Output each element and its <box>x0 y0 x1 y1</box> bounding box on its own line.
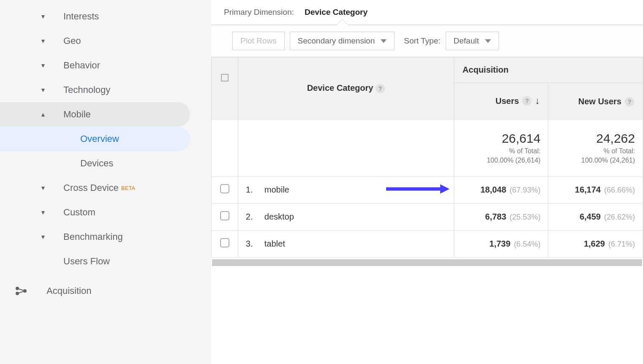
report-table: Device Category ? Acquisition Users ?↓Ne… <box>211 57 643 266</box>
dimension-cell[interactable]: 1.mobile <box>238 177 454 204</box>
primary-dimension-value[interactable]: Device Category <box>305 8 368 16</box>
metric-cell: 6,783(25.53%) <box>454 204 548 231</box>
column-header-dimension[interactable]: Device Category ? <box>238 57 454 120</box>
metric-cell: 1,739(6.54%) <box>454 231 548 258</box>
sidebar-item-label: Users Flow <box>63 256 110 267</box>
table-row: 2.desktop6,783(25.53%)6,459(26.62%) <box>212 204 643 231</box>
sort-descending-icon: ↓ <box>535 95 539 106</box>
sidebar-item-label: Mobile <box>63 109 91 120</box>
main-content: Primary Dimension: Device Category Plot … <box>211 0 643 364</box>
sidebar-item-label: Cross Device <box>63 182 119 193</box>
beta-badge: BETA <box>121 185 135 191</box>
help-icon[interactable]: ? <box>376 84 385 93</box>
metric-cell: 16,174(66.66%) <box>548 177 643 204</box>
primary-dimension-label: Primary Dimension: <box>224 8 294 16</box>
metric-cell: 1,629(6.71%) <box>548 231 643 258</box>
caret-down-icon <box>381 39 387 43</box>
sidebar-item-mobile[interactable]: ▲Mobile <box>0 102 190 127</box>
highlight-arrow-icon <box>386 183 450 196</box>
sort-type-label: Sort Type: <box>404 36 440 46</box>
acquisition-icon <box>13 286 30 296</box>
caret-down-icon <box>485 39 491 43</box>
table-row: 3.tablet1,739(6.54%)1,629(6.71%) <box>212 231 643 258</box>
sidebar: ▼Interests▼Geo▼Behavior▼Technology▲Mobil… <box>0 0 211 364</box>
column-header-new-users[interactable]: New Users ? <box>548 83 643 120</box>
secondary-dimension-button[interactable]: Secondary dimension <box>290 32 395 50</box>
sidebar-item-label: Technology <box>63 84 110 95</box>
sidebar-item-benchmarking[interactable]: ▼Benchmarking <box>0 225 211 249</box>
sidebar-item-label: Behavior <box>63 60 100 71</box>
column-header-users[interactable]: Users ?↓ <box>454 83 548 120</box>
sidebar-subitem-devices[interactable]: Devices <box>0 151 211 176</box>
sidebar-item-technology[interactable]: ▼Technology <box>0 78 211 102</box>
primary-dimension-bar: Primary Dimension: Device Category <box>211 0 643 25</box>
svg-marker-6 <box>440 184 450 193</box>
sort-type-button[interactable]: Default <box>446 32 499 50</box>
plot-rows-button[interactable]: Plot Rows <box>232 32 285 50</box>
dimension-cell[interactable]: 2.desktop <box>238 204 454 231</box>
svg-line-3 <box>19 289 24 291</box>
total-users: 26,614% of Total:100.00% (26,614) <box>454 120 548 177</box>
svg-point-2 <box>23 289 27 293</box>
sidebar-item-behavior[interactable]: ▼Behavior <box>0 53 211 78</box>
caret-up-icon: ▲ <box>40 111 46 118</box>
controls-bar: Plot Rows Secondary dimension Sort Type:… <box>211 25 643 57</box>
horizontal-scrollbar[interactable] <box>212 259 642 266</box>
sidebar-item-users-flow[interactable]: Users Flow <box>0 249 211 274</box>
sidebar-section-acquisition[interactable]: Acquisition <box>0 278 211 304</box>
caret-down-icon: ▼ <box>40 13 46 20</box>
row-checkbox[interactable] <box>212 177 238 204</box>
column-group-acquisition: Acquisition <box>454 57 643 83</box>
total-new users: 24,262% of Total:100.00% (24,261) <box>548 120 643 177</box>
help-icon[interactable]: ? <box>522 96 531 106</box>
table-row: 1.mobile18,048(67.93%)16,174(66.66%) <box>212 177 643 204</box>
row-checkbox[interactable] <box>212 231 238 258</box>
sidebar-item-geo[interactable]: ▼Geo <box>0 29 211 53</box>
caret-down-icon: ▼ <box>40 38 46 44</box>
caret-down-icon: ▼ <box>40 62 46 69</box>
metric-cell: 6,459(26.62%) <box>548 204 643 231</box>
dimension-cell[interactable]: 3.tablet <box>238 231 454 258</box>
caret-down-icon: ▼ <box>40 185 46 191</box>
sidebar-item-label: Custom <box>63 207 95 218</box>
caret-down-icon: ▼ <box>40 209 46 216</box>
select-all-header[interactable] <box>212 57 238 120</box>
sidebar-item-label: Interests <box>63 11 99 22</box>
totals-row: 26,614% of Total:100.00% (26,614)24,262%… <box>212 120 643 177</box>
metric-cell: 18,048(67.93%) <box>454 177 548 204</box>
sidebar-section-label: Acquisition <box>46 285 91 296</box>
sidebar-item-cross-device[interactable]: ▼Cross DeviceBETA <box>0 176 211 200</box>
caret-down-icon: ▼ <box>40 234 46 240</box>
help-icon[interactable]: ? <box>625 97 634 106</box>
sidebar-item-label: Benchmarking <box>63 231 123 242</box>
caret-down-icon: ▼ <box>40 87 46 93</box>
sidebar-item-label: Geo <box>63 35 81 46</box>
svg-point-1 <box>16 292 19 295</box>
svg-point-0 <box>16 287 19 290</box>
sidebar-item-interests[interactable]: ▼Interests <box>0 4 211 29</box>
row-checkbox[interactable] <box>212 204 238 231</box>
sidebar-subitem-overview[interactable]: Overview <box>0 127 190 151</box>
svg-line-4 <box>19 291 24 293</box>
sidebar-item-custom[interactable]: ▼Custom <box>0 200 211 225</box>
